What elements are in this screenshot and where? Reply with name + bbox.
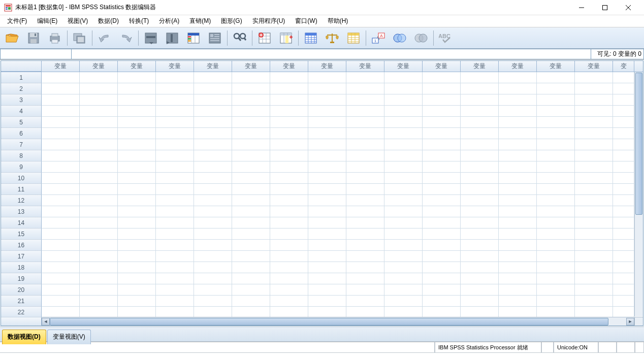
goto-variable-button[interactable] (162, 29, 182, 47)
data-cell[interactable] (423, 284, 461, 296)
data-cell[interactable] (537, 139, 575, 150)
data-cell[interactable] (537, 240, 575, 251)
data-cell[interactable] (423, 128, 461, 139)
recall-dialog-button[interactable] (70, 29, 90, 47)
data-cell[interactable] (499, 217, 537, 229)
data-cell[interactable] (346, 273, 384, 284)
data-cell[interactable] (42, 184, 80, 195)
data-cell[interactable] (461, 72, 499, 83)
data-cell[interactable] (194, 240, 232, 251)
data-cell[interactable] (80, 240, 118, 251)
scroll-left-button[interactable]: ◄ (42, 318, 50, 325)
data-cell[interactable] (384, 173, 423, 184)
data-cell[interactable] (461, 83, 499, 94)
data-cell[interactable] (384, 150, 423, 161)
row-header[interactable]: 5 (1, 117, 42, 128)
data-cell[interactable] (384, 94, 423, 106)
data-cell[interactable] (423, 273, 461, 284)
redo-button[interactable] (116, 29, 136, 47)
data-cell[interactable] (194, 139, 232, 150)
data-cell[interactable] (575, 161, 613, 173)
menu-file[interactable]: 文件(F) (2, 15, 32, 27)
data-cell[interactable] (270, 128, 308, 139)
data-cell[interactable] (80, 173, 118, 184)
data-cell[interactable] (613, 307, 634, 318)
data-cell[interactable] (613, 173, 634, 184)
data-cell[interactable] (156, 284, 194, 296)
menu-help[interactable]: 帮助(H) (323, 15, 353, 27)
data-cell[interactable] (80, 161, 118, 173)
data-cell[interactable] (308, 139, 346, 150)
data-cell[interactable] (308, 72, 346, 83)
data-cell[interactable] (156, 173, 194, 184)
data-cell[interactable] (613, 251, 634, 262)
data-cell[interactable] (80, 139, 118, 150)
data-cell[interactable] (156, 72, 194, 83)
data-cell[interactable] (499, 307, 537, 318)
select-cases-button[interactable] (343, 29, 364, 47)
data-cell[interactable] (156, 296, 194, 307)
data-cell[interactable] (194, 184, 232, 195)
data-cell[interactable] (461, 150, 499, 161)
data-cell[interactable] (537, 150, 575, 161)
data-cell[interactable] (232, 284, 270, 296)
data-cell[interactable] (232, 117, 270, 128)
data-cell[interactable] (575, 284, 613, 296)
data-cell[interactable] (575, 262, 613, 273)
data-cell[interactable] (270, 139, 308, 150)
data-cell[interactable] (384, 296, 423, 307)
data-cell[interactable] (118, 307, 156, 318)
data-cell[interactable] (461, 117, 499, 128)
data-cell[interactable] (423, 184, 461, 195)
name-box[interactable] (0, 49, 71, 59)
column-header[interactable]: 变量 (346, 61, 384, 72)
data-cell[interactable] (270, 106, 308, 117)
menu-edit[interactable]: 编辑(E) (32, 15, 62, 27)
data-cell[interactable] (270, 217, 308, 229)
data-cell[interactable] (118, 195, 156, 206)
data-cell[interactable] (384, 251, 423, 262)
data-cell[interactable] (194, 72, 232, 83)
data-cell[interactable] (270, 117, 308, 128)
close-button[interactable] (617, 1, 640, 15)
data-cell[interactable] (156, 83, 194, 94)
data-cell[interactable] (42, 106, 80, 117)
value-labels-button[interactable]: A1 (368, 29, 389, 47)
data-cell[interactable] (423, 217, 461, 229)
data-cell[interactable] (461, 94, 499, 106)
column-header[interactable]: 变 (613, 61, 634, 72)
data-cell[interactable] (232, 161, 270, 173)
data-cell[interactable] (537, 184, 575, 195)
data-cell[interactable] (499, 161, 537, 173)
data-cell[interactable] (80, 128, 118, 139)
data-cell[interactable] (575, 128, 613, 139)
data-cell[interactable] (308, 284, 346, 296)
data-cell[interactable] (80, 184, 118, 195)
data-cell[interactable] (308, 173, 346, 184)
data-cell[interactable] (537, 262, 575, 273)
data-cell[interactable] (537, 94, 575, 106)
data-cell[interactable] (194, 117, 232, 128)
weight-cases-button[interactable] (322, 29, 342, 47)
data-cell[interactable] (156, 307, 194, 318)
data-cell[interactable] (575, 150, 613, 161)
data-cell[interactable] (118, 184, 156, 195)
data-cell[interactable] (308, 150, 346, 161)
use-sets-button[interactable] (390, 29, 410, 47)
data-cell[interactable] (346, 307, 384, 318)
data-cell[interactable] (613, 106, 634, 117)
data-cell[interactable] (194, 173, 232, 184)
data-cell[interactable] (42, 296, 80, 307)
data-cell[interactable] (384, 240, 423, 251)
data-cell[interactable] (42, 217, 80, 229)
data-cell[interactable] (613, 161, 634, 173)
menu-graphs[interactable]: 图形(G) (216, 15, 247, 27)
data-cell[interactable] (308, 184, 346, 195)
data-cell[interactable] (80, 94, 118, 106)
data-cell[interactable] (42, 307, 80, 318)
data-cell[interactable] (194, 229, 232, 240)
data-cell[interactable] (613, 94, 634, 106)
data-cell[interactable] (308, 83, 346, 94)
data-cell[interactable] (156, 161, 194, 173)
column-header[interactable]: 变量 (232, 61, 270, 72)
